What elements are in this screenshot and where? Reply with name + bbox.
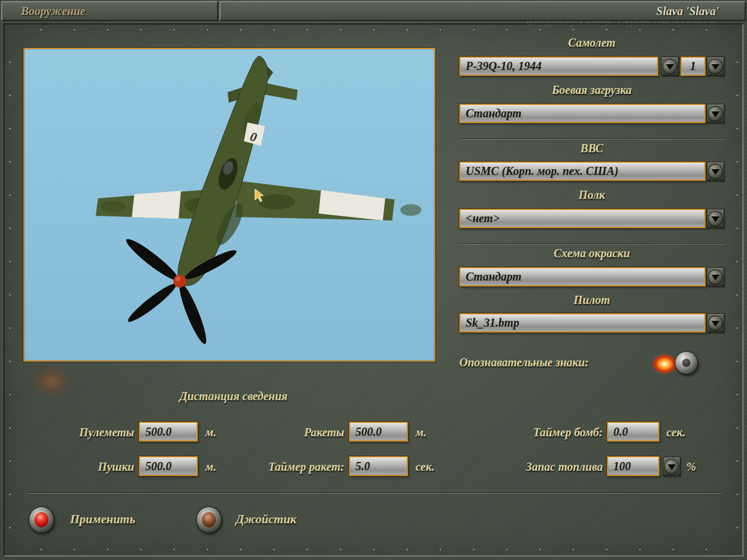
dropdown-arrow-icon bbox=[708, 106, 723, 121]
dropdown-arrow-icon bbox=[708, 164, 723, 179]
rockets-label: Ракеты bbox=[233, 426, 344, 439]
armament-screen: Владимир КУНИН, Сергей ПРОКОФЬЕВ Вооруже… bbox=[0, 0, 747, 560]
machineguns-unit: м. bbox=[205, 426, 217, 439]
aircraft-select[interactable]: P-39Q-10, 1944 bbox=[459, 57, 658, 76]
bottom-divider bbox=[26, 492, 721, 494]
markings-label: Опознавательные знаки: bbox=[459, 356, 589, 369]
loadout-section-label: Боевая загрузка bbox=[458, 83, 725, 97]
red-lamp-icon bbox=[34, 512, 48, 527]
dropdown-arrow-icon bbox=[662, 59, 678, 74]
joystick-button-label[interactable]: Джойстик bbox=[236, 512, 296, 527]
dropdown-arrow-icon bbox=[708, 211, 723, 226]
aircraft-3d-view: 0 bbox=[25, 49, 434, 360]
paint-scheme-select[interactable]: Стандарт bbox=[459, 267, 706, 286]
titlebar-right: Slava 'Slava' bbox=[219, 1, 746, 21]
rocket-timer-input[interactable]: 5.0 bbox=[349, 456, 408, 476]
airforce-select[interactable]: USMC (Корп. мор. пех. США) bbox=[459, 162, 706, 181]
pilot-section-label: Пилот bbox=[458, 293, 725, 307]
regiment-select[interactable]: <нет> bbox=[459, 209, 706, 228]
rocket-timer-label: Таймер ракет: bbox=[233, 460, 344, 474]
machineguns-label: Пулеметы bbox=[23, 426, 134, 439]
paint-scheme-arrow-button[interactable] bbox=[707, 267, 724, 286]
convergence-title: Дистанция сведения bbox=[145, 390, 322, 403]
section-divider bbox=[458, 138, 725, 139]
section-divider bbox=[458, 243, 725, 244]
pilot-skin-select[interactable]: Sk_31.bmp bbox=[459, 313, 706, 332]
regiment-section-label: Полк bbox=[458, 188, 725, 202]
rockets-unit: м. bbox=[416, 426, 427, 439]
fuel-unit: % bbox=[686, 460, 696, 474]
screen-title: Вооружение bbox=[21, 5, 85, 18]
aircraft-count-field[interactable]: 1 bbox=[680, 57, 706, 76]
aircraft-select-arrow-button[interactable] bbox=[661, 57, 679, 76]
dropdown-arrow-icon bbox=[708, 316, 723, 331]
paint-section-label: Схема окраски bbox=[458, 247, 725, 260]
rivet-strip bbox=[9, 26, 738, 33]
dropdown-arrow-icon bbox=[708, 270, 723, 285]
airforce-section-label: ВВС bbox=[458, 142, 725, 155]
markings-toggle[interactable] bbox=[675, 351, 698, 374]
aircraft-section-label: Самолет bbox=[458, 36, 725, 50]
machineguns-input[interactable]: 500.0 bbox=[139, 422, 198, 442]
aircraft-preview-panel: 0 bbox=[23, 48, 435, 362]
bomb-timer-label: Таймер бомб: bbox=[484, 426, 603, 439]
cannons-unit: м. bbox=[205, 460, 217, 474]
markings-indicator-light bbox=[651, 354, 678, 374]
rivet-strip bbox=[734, 33, 741, 546]
fuel-arrow-button[interactable] bbox=[663, 457, 680, 476]
loadout-select[interactable]: Стандарт bbox=[459, 104, 706, 123]
fuel-input[interactable]: 100 bbox=[607, 456, 659, 476]
cannons-label: Пушки bbox=[23, 460, 134, 474]
background-art bbox=[30, 365, 72, 398]
rivet-strip bbox=[9, 546, 738, 553]
bomb-timer-input[interactable]: 0.0 bbox=[607, 422, 659, 442]
airforce-select-arrow-button[interactable] bbox=[707, 162, 724, 181]
fuel-label: Запас топлива bbox=[484, 460, 603, 474]
amber-lamp-icon bbox=[202, 512, 216, 527]
cannons-input[interactable]: 500.0 bbox=[139, 456, 198, 476]
pilot-skin-arrow-button[interactable] bbox=[707, 313, 724, 332]
joystick-button[interactable] bbox=[196, 506, 222, 533]
dropdown-arrow-icon bbox=[664, 459, 679, 474]
rocket-timer-unit: сек. bbox=[416, 460, 435, 474]
rockets-input[interactable]: 500.0 bbox=[349, 422, 408, 442]
rivet-strip bbox=[6, 33, 13, 546]
apply-button[interactable] bbox=[29, 506, 54, 533]
loadout-select-arrow-button[interactable] bbox=[707, 104, 724, 123]
titlebar-left: Вооружение bbox=[1, 1, 218, 21]
regiment-select-arrow-button[interactable] bbox=[707, 209, 724, 228]
apply-button-label[interactable]: Применить bbox=[70, 512, 135, 527]
dropdown-arrow-icon bbox=[708, 59, 723, 74]
player-name: Slava 'Slava' bbox=[657, 5, 719, 18]
aircraft-count-arrow-button[interactable] bbox=[707, 57, 724, 76]
bomb-timer-unit: сек. bbox=[666, 426, 686, 439]
